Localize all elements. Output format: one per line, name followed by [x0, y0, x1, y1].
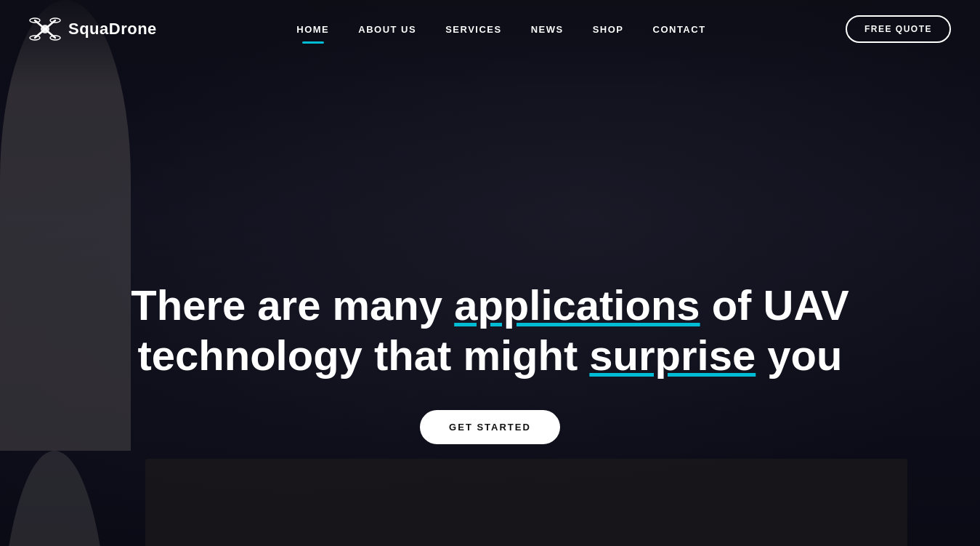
- svg-line-1: [35, 20, 45, 29]
- brand-name: SquaDrone: [68, 20, 157, 39]
- nav-link-home[interactable]: HOME: [296, 24, 329, 38]
- headline-text-4: you: [756, 332, 842, 379]
- nav-link-news[interactable]: NEWS: [531, 24, 564, 38]
- free-quote-button[interactable]: FREE QUOTE: [846, 15, 951, 43]
- nav-item-about[interactable]: ABOUT US: [358, 23, 416, 36]
- svg-line-3: [35, 29, 45, 38]
- nav-link-contact[interactable]: CONTACT: [653, 24, 706, 38]
- svg-line-4: [45, 29, 55, 38]
- headline-highlight-applications: applications: [454, 281, 700, 329]
- nav-item-shop[interactable]: SHOP: [593, 23, 624, 36]
- logo-link[interactable]: SquaDrone: [29, 13, 157, 45]
- nav-item-news[interactable]: NEWS: [531, 23, 564, 36]
- headline-text-2: of UAV: [700, 281, 849, 329]
- nav-item-contact[interactable]: CONTACT: [653, 23, 706, 36]
- logo-icon: [29, 13, 61, 45]
- hero-content: There are many applications of UAV techn…: [0, 280, 980, 444]
- nav-link-about[interactable]: ABOUT US: [358, 24, 416, 38]
- nav-menu: HOME ABOUT US SERVICES NEWS SHOP CONTACT: [296, 23, 705, 36]
- svg-line-2: [45, 20, 55, 29]
- nav-link-services[interactable]: SERVICES: [445, 24, 502, 38]
- nav-item-services[interactable]: SERVICES: [445, 23, 502, 36]
- nav-item-home[interactable]: HOME: [296, 23, 329, 36]
- hero-headline: There are many applications of UAV techn…: [58, 280, 922, 381]
- headline-text-1: There are many: [131, 281, 454, 329]
- headline-text-3: technology that might: [138, 332, 590, 379]
- get-started-button[interactable]: GET STARTED: [420, 410, 560, 444]
- nav-link-shop[interactable]: SHOP: [593, 24, 624, 38]
- hero-section: SquaDrone HOME ABOUT US SERVICES NEWS SH…: [0, 0, 980, 546]
- headline-highlight-surprise: surprise: [589, 332, 756, 379]
- navbar: SquaDrone HOME ABOUT US SERVICES NEWS SH…: [0, 0, 980, 58]
- dark-overlay: [0, 0, 980, 546]
